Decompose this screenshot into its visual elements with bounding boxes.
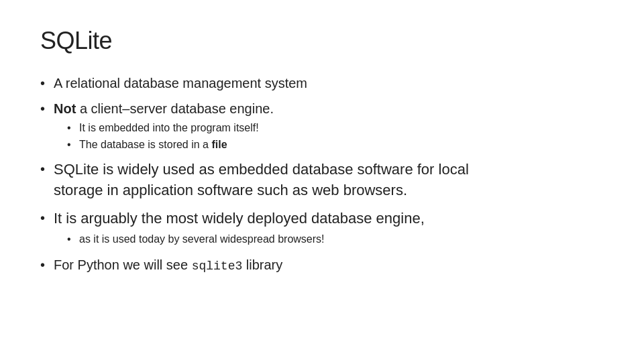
- bullet-item-2: Not a client–server database engine. It …: [40, 99, 604, 153]
- bullet-5-suffix: library: [242, 257, 282, 272]
- bullet-5-prefix: For Python we will see: [54, 257, 192, 272]
- bullet-3-text: SQLite is widely used as embedded databa…: [54, 161, 469, 198]
- sub-bullet-4-1: as it is used today by several widesprea…: [67, 232, 604, 247]
- bullet-item-1: A relational database management system: [40, 74, 604, 93]
- bullet-2-text: a client–server database engine.: [80, 101, 274, 116]
- bullet-2-bold: Not: [54, 101, 76, 116]
- sub-bullet-2-1: It is embedded into the program itself!: [67, 121, 604, 135]
- sub-bullet-2-2-text: The database is stored in a file: [79, 139, 227, 150]
- bullet-item-4: It is arguably the most widely deployed …: [40, 208, 604, 247]
- bullet-item-5: For Python we will see sqlite3 library: [40, 255, 604, 275]
- sub-bullet-2-2: The database is stored in a file: [67, 137, 604, 152]
- bullet-4-text: It is arguably the most widely deployed …: [54, 210, 425, 227]
- bullet-5-code: sqlite3: [192, 259, 243, 273]
- sub-bullet-2-1-text: It is embedded into the program itself!: [79, 122, 259, 133]
- main-bullet-list: A relational database management system …: [40, 74, 604, 275]
- bullet-item-3: SQLite is widely used as embedded databa…: [40, 160, 604, 201]
- slide-title: SQLite: [40, 27, 604, 55]
- sub-list-4: as it is used today by several widesprea…: [67, 232, 604, 247]
- sub-bullet-4-1-text: as it is used today by several widesprea…: [79, 233, 325, 245]
- sub-list-2: It is embedded into the program itself! …: [67, 121, 604, 153]
- bullet-1-text: A relational database management system: [54, 76, 307, 90]
